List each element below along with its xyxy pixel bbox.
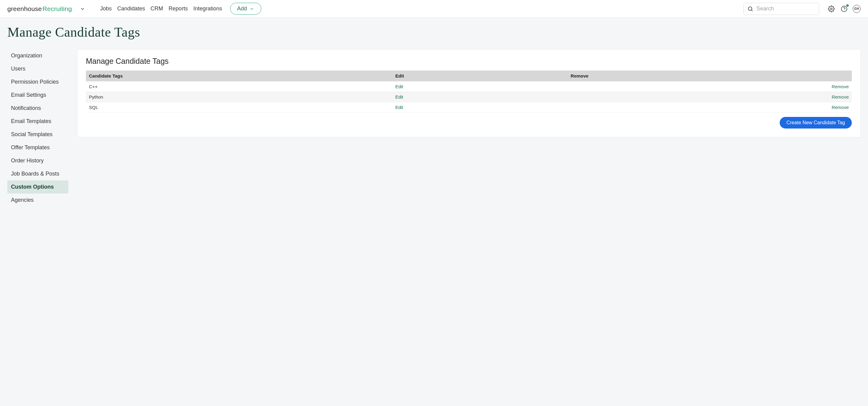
svg-line-1: [751, 10, 753, 11]
search-icon: [747, 6, 753, 12]
sidebar-item-organization[interactable]: Organization: [7, 49, 68, 62]
edit-link[interactable]: Edit: [395, 105, 403, 110]
table-row: Python Edit Remove: [86, 92, 852, 102]
sidebar-item-label: Custom Options: [11, 184, 54, 190]
candidate-tags-table: Candidate Tags Edit Remove C++ Edit Remo…: [86, 70, 852, 113]
sidebar-item-label: Offer Templates: [11, 144, 50, 150]
sidebar-item-order-history[interactable]: Order History: [7, 154, 68, 167]
chevron-down-icon: [249, 6, 254, 11]
nav-candidates[interactable]: Candidates: [117, 5, 145, 12]
sidebar-item-label: Users: [11, 66, 25, 72]
sidebar-item-offer-templates[interactable]: Offer Templates: [7, 141, 68, 154]
sidebar-item-email-templates[interactable]: Email Templates: [7, 115, 68, 128]
sidebar-item-label: Organization: [11, 53, 42, 59]
sidebar-item-agencies[interactable]: Agencies: [7, 194, 68, 207]
panel-footer: Create New Candidate Tag: [86, 117, 852, 129]
search-box[interactable]: [743, 3, 819, 15]
sidebar-item-label: Agencies: [11, 197, 34, 203]
candidate-tags-panel: Manage Candidate Tags Candidate Tags Edi…: [77, 49, 861, 137]
sidebar-item-label: Notifications: [11, 105, 41, 111]
sidebar-item-label: Email Templates: [11, 118, 51, 124]
nav-reports[interactable]: Reports: [169, 5, 188, 12]
nav-integrations[interactable]: Integrations: [193, 5, 222, 12]
sidebar-item-notifications[interactable]: Notifications: [7, 102, 68, 115]
sidebar-item-label: Email Settings: [11, 92, 46, 98]
primary-nav: Jobs Candidates CRM Reports Integrations: [100, 5, 222, 12]
tag-name: Python: [86, 92, 392, 102]
svg-point-3: [841, 6, 847, 11]
topbar-actions: GH: [827, 5, 861, 13]
tag-name: C++: [86, 81, 392, 92]
brand-logo[interactable]: greenhouse Recruiting: [7, 5, 72, 12]
brand-word1: greenhouse: [7, 5, 42, 12]
sidebar-item-social-templates[interactable]: Social Templates: [7, 128, 68, 141]
tag-name: SQL: [86, 102, 392, 113]
chevron-down-icon[interactable]: [80, 6, 85, 11]
sidebar-item-custom-options[interactable]: Custom Options: [7, 180, 68, 194]
settings-sidebar: Organization Users Permission Policies E…: [7, 49, 68, 207]
notification-dot-icon: [846, 4, 849, 7]
add-button[interactable]: Add: [230, 3, 261, 15]
sidebar-item-users[interactable]: Users: [7, 62, 68, 75]
sidebar-item-permission-policies[interactable]: Permission Policies: [7, 75, 68, 89]
sidebar-item-label: Order History: [11, 158, 44, 164]
sidebar-item-email-settings[interactable]: Email Settings: [7, 89, 68, 102]
help-icon[interactable]: [840, 5, 848, 13]
content-row: Organization Users Permission Policies E…: [7, 49, 861, 207]
nav-crm[interactable]: CRM: [151, 5, 163, 12]
svg-point-2: [830, 8, 832, 10]
remove-link[interactable]: Remove: [832, 105, 849, 110]
page-body: Manage Candidate Tags Organization Users…: [0, 18, 868, 219]
page-title: Manage Candidate Tags: [7, 25, 861, 40]
sidebar-item-job-boards[interactable]: Job Boards & Posts: [7, 167, 68, 180]
panel-title: Manage Candidate Tags: [86, 57, 852, 66]
add-button-label: Add: [237, 5, 247, 12]
remove-link[interactable]: Remove: [832, 94, 849, 100]
avatar[interactable]: GH: [853, 5, 861, 13]
edit-link[interactable]: Edit: [395, 94, 403, 100]
sidebar-item-label: Social Templates: [11, 131, 53, 137]
search-input[interactable]: [756, 5, 815, 12]
table-row: SQL Edit Remove: [86, 102, 852, 113]
column-header-name: Candidate Tags: [86, 70, 392, 81]
remove-link[interactable]: Remove: [832, 84, 849, 89]
brand-word2: Recruiting: [42, 5, 72, 12]
edit-link[interactable]: Edit: [395, 84, 403, 89]
gear-icon[interactable]: [827, 5, 836, 13]
top-navbar: greenhouse Recruiting Jobs Candidates CR…: [0, 0, 868, 18]
sidebar-item-label: Job Boards & Posts: [11, 171, 59, 177]
column-header-edit: Edit: [392, 70, 567, 81]
nav-jobs[interactable]: Jobs: [100, 5, 112, 12]
column-header-remove: Remove: [567, 70, 852, 81]
table-row: C++ Edit Remove: [86, 81, 852, 92]
create-new-candidate-tag-button[interactable]: Create New Candidate Tag: [780, 117, 852, 129]
sidebar-item-label: Permission Policies: [11, 79, 59, 85]
svg-point-0: [748, 7, 752, 10]
